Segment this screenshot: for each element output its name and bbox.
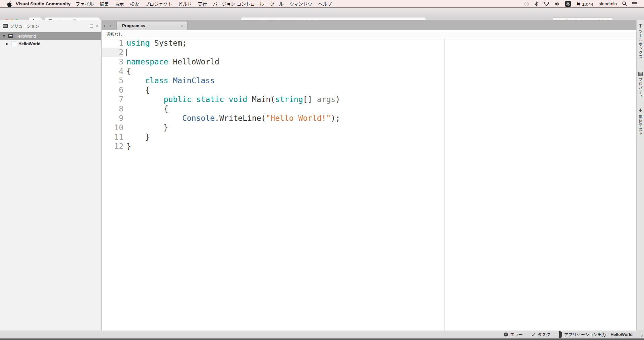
error-icon — [504, 332, 508, 337]
code-line-content — [126, 48, 127, 57]
line-number: 1 — [102, 38, 123, 48]
notification-center-icon[interactable] — [630, 0, 640, 7]
resize-grip[interactable] — [639, 333, 643, 337]
code-line-content: { — [126, 66, 131, 76]
line-number: 12 — [102, 142, 123, 151]
time-machine-icon[interactable] — [521, 0, 532, 7]
code-line-content: { — [126, 85, 150, 95]
code-line-content: } — [126, 132, 150, 142]
code-line[interactable]: 10 } — [102, 123, 636, 132]
menu-items: ファイル編集表示検索プロジェクトビルド実行バージョン コントロールツールウィンド… — [72, 0, 335, 7]
pad-tab-プロパティ[interactable]: プロパティ — [638, 72, 643, 99]
statusbar-item-label: アプリケーション出力 - — [564, 331, 608, 338]
collapse-icon[interactable] — [3, 35, 5, 37]
line-number: 8 — [102, 104, 123, 113]
menu-item[interactable]: プロジェクト — [142, 0, 175, 7]
code-line[interactable]: 1using System; — [102, 38, 636, 48]
breadcrumb-label: 選択なし — [106, 31, 122, 37]
code-line[interactable]: 7 public static void Main(string[] args) — [102, 95, 636, 104]
line-number: 4 — [102, 66, 123, 76]
unit-test-icon — [639, 108, 642, 113]
window-bottom-edge — [0, 338, 644, 340]
menu-username[interactable]: sieadmin — [596, 0, 620, 7]
navigate-forward-icon[interactable]: › — [109, 22, 111, 28]
code-line-content: namespace HelloWorld — [126, 57, 219, 66]
code-line-content: Console.WriteLine("Hello World!"); — [126, 113, 340, 123]
tab-label: Program.cs — [122, 23, 145, 28]
code-line[interactable]: 11 } — [102, 132, 636, 142]
line-number: 6 — [102, 85, 123, 95]
code-line[interactable]: 12} — [102, 142, 636, 151]
tab-close-icon[interactable]: × — [180, 23, 183, 28]
code-line[interactable]: 2 — [102, 48, 636, 57]
solution-pad-title: ソリューション — [10, 23, 39, 29]
bluetooth-icon[interactable] — [532, 0, 541, 7]
line-number: 9 — [102, 113, 123, 123]
menu-item[interactable]: ヘルプ — [315, 0, 335, 7]
code-line[interactable]: 4{ — [102, 66, 636, 76]
menu-bar-status: あ 月 10:44 sieadmin — [521, 0, 644, 7]
code-line-content: class MainClass — [126, 76, 215, 85]
statusbar-error-button[interactable]: エラー — [504, 331, 523, 338]
window-toolbar: Debug › Default ⋈ Visual Studio Communit… — [0, 7, 644, 20]
menu-item[interactable]: ツール — [267, 0, 287, 7]
solution-pad: ソリューション × HelloWorldHelloWorld — [0, 20, 102, 331]
tree-item-label: HelloWorld — [15, 34, 36, 39]
code-line-content: } — [126, 142, 131, 151]
output-icon — [559, 332, 562, 337]
menu-item[interactable]: 検索 — [127, 0, 142, 7]
menu-item[interactable]: ファイル — [72, 0, 97, 7]
status-bar: エラータスクアプリケーション出力 - HelloWorld — [0, 331, 644, 338]
line-number: 7 — [102, 95, 123, 104]
statusbar-project-name: HelloWorld — [610, 332, 633, 337]
code-line-content: { — [126, 104, 168, 113]
line-number: 10 — [102, 123, 123, 132]
code-line[interactable]: 3namespace HelloWorld — [102, 57, 636, 66]
menu-app-name[interactable]: Visual Studio Community — [16, 1, 70, 6]
code-line[interactable]: 9 Console.WriteLine("Hello World!"); — [102, 113, 636, 123]
toolbox-icon — [638, 23, 643, 28]
pad-tab-ツールボックス[interactable]: ツールボックス — [638, 23, 643, 59]
code-line[interactable]: 5 class MainClass — [102, 76, 636, 85]
pad-tab-単体テスト[interactable]: 単体テスト — [638, 108, 643, 136]
line-number: 5 — [102, 76, 123, 85]
code-editor[interactable]: 1using System;23namespace HelloWorld4{5 … — [102, 38, 636, 331]
statusbar-task-button[interactable]: タスク — [531, 331, 550, 338]
project-icon — [11, 42, 16, 46]
main-area: ソリューション × HelloWorldHelloWorld ‹ › Progr… — [0, 20, 644, 331]
menu-item[interactable]: 編集 — [97, 0, 112, 7]
text-caret — [126, 49, 127, 56]
code-line-content: using System; — [126, 38, 187, 48]
code-line[interactable]: 8 { — [102, 104, 636, 113]
navigate-back-icon[interactable]: ‹ — [104, 22, 105, 28]
menu-item[interactable]: 実行 — [195, 0, 210, 7]
tree-item-project[interactable]: HelloWorld — [0, 40, 101, 48]
spotlight-icon[interactable] — [620, 0, 630, 7]
tab-strip: ‹ › Program.cs × — [102, 20, 636, 30]
solution-icon — [8, 34, 13, 38]
pad-tab-label: ツールボックス — [638, 30, 643, 59]
input-method-icon[interactable]: あ — [562, 0, 574, 7]
properties-icon — [638, 72, 643, 76]
tab-program-cs[interactable]: Program.cs × — [116, 21, 187, 30]
statusbar-item-label: エラー — [510, 331, 523, 338]
editor-region: ‹ › Program.cs × 選択なし 1using System;23na… — [102, 20, 636, 331]
close-pad-icon[interactable]: × — [96, 23, 99, 28]
menu-item[interactable]: ウィンドウ — [286, 0, 315, 7]
wifi-icon[interactable] — [541, 0, 552, 7]
dock-pad-icon[interactable] — [90, 25, 93, 28]
code-line[interactable]: 6 { — [102, 85, 636, 95]
menu-clock[interactable]: 月 10:44 — [574, 0, 596, 7]
menu-item[interactable]: 表示 — [112, 0, 127, 7]
tree-item-solution[interactable]: HelloWorld — [0, 32, 101, 40]
task-icon — [531, 333, 536, 336]
menu-item[interactable]: ビルド — [175, 0, 195, 7]
expand-icon[interactable] — [6, 43, 8, 45]
menu-item[interactable]: バージョン コントロール — [210, 0, 267, 7]
right-pad-strip: ツールボックスプロパティ単体テスト — [636, 20, 644, 331]
volume-icon[interactable] — [552, 0, 562, 7]
breadcrumb[interactable]: 選択なし — [102, 30, 636, 38]
apple-icon[interactable] — [7, 1, 12, 7]
solution-pad-icon — [3, 24, 8, 28]
statusbar-output-button[interactable]: アプリケーション出力 - HelloWorld — [559, 331, 633, 338]
